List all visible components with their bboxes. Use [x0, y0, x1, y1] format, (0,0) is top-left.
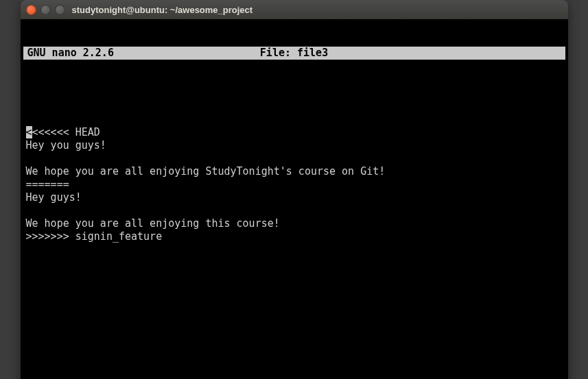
editor-line — [26, 204, 563, 217]
editor-line: We hope you are all enjoying StudyTonigh… — [26, 165, 563, 178]
editor-line — [26, 152, 563, 165]
nano-app-name: GNU nano 2.2.6 — [27, 47, 114, 60]
editor-body[interactable]: <<<<<<< HEADHey you guys!We hope you are… — [23, 99, 565, 379]
window-controls — [26, 5, 65, 15]
maximize-icon[interactable] — [55, 5, 65, 15]
editor-line: Hey guys! — [26, 191, 563, 204]
nano-file-label: File: file3 — [260, 47, 328, 60]
editor-line: >>>>>>> signin_feature — [26, 230, 563, 243]
editor-line: We hope you are all enjoying this course… — [26, 217, 563, 230]
cursor: < — [26, 126, 32, 138]
nano-titlebar: GNU nano 2.2.6 File: file3 — [23, 47, 565, 60]
editor-line: Hey you guys! — [26, 139, 563, 152]
editor-line: <<<<<< HEAD — [32, 126, 100, 138]
minimize-icon[interactable] — [40, 5, 51, 15]
terminal-window: studytonight@ubuntu: ~/awesome_project G… — [21, 0, 568, 379]
editor-line: ======= — [26, 178, 563, 191]
close-icon[interactable] — [26, 5, 36, 15]
window-titlebar: studytonight@ubuntu: ~/awesome_project — [21, 0, 568, 19]
terminal-area[interactable]: GNU nano 2.2.6 File: file3 <<<<<<< HEADH… — [21, 19, 568, 379]
window-title: studytonight@ubuntu: ~/awesome_project — [72, 5, 253, 15]
